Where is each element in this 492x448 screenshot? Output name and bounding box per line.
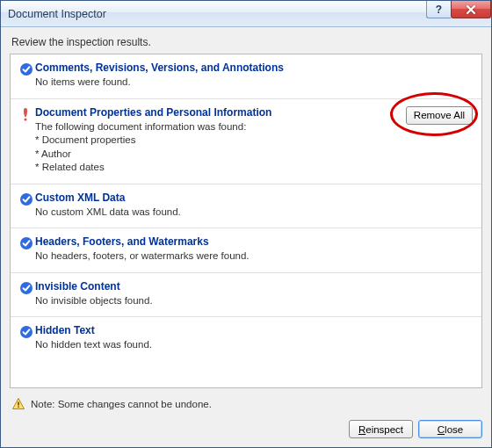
window-close-button[interactable] xyxy=(451,1,491,18)
section-detail: No hidden text was found. xyxy=(35,338,398,352)
section-invisible-content: Invisible Content No invisible objects f… xyxy=(11,273,481,318)
titlebar: Document Inspector ? xyxy=(1,1,491,27)
check-icon xyxy=(19,325,35,339)
footer-note-text: Note: Some changes cannot be undone. xyxy=(31,399,212,409)
dialog-button-row: Reinspect Close xyxy=(10,420,482,438)
check-icon xyxy=(19,281,35,295)
section-detail: No headers, footers, or watermarks were … xyxy=(35,249,398,264)
check-icon xyxy=(19,192,35,206)
check-icon xyxy=(19,62,35,76)
warning-icon xyxy=(11,397,25,411)
section-headers-footers: Headers, Footers, and Watermarks No head… xyxy=(11,228,481,273)
reinspect-button[interactable]: Reinspect xyxy=(349,420,413,438)
section-hidden-text: Hidden Text No hidden text was found. xyxy=(11,317,481,361)
footer-note: Note: Some changes cannot be undone. xyxy=(11,397,482,411)
close-icon xyxy=(465,4,477,15)
dialog-document-inspector: Document Inspector ? Review the inspecti… xyxy=(0,0,492,448)
section-title: Headers, Footers, and Watermarks xyxy=(35,235,398,248)
section-detail: No invisible objects found. xyxy=(35,294,398,308)
section-detail: No items were found. xyxy=(35,76,398,90)
section-title: Invisible Content xyxy=(35,280,398,293)
window-title: Document Inspector xyxy=(8,8,106,20)
alert-icon xyxy=(19,107,35,121)
section-custom-xml: Custom XML Data No custom XML data was f… xyxy=(11,184,481,229)
svg-rect-7 xyxy=(18,407,18,408)
section-detail: The following document information was f… xyxy=(35,120,398,175)
results-panel: Comments, Revisions, Versions, and Annot… xyxy=(10,54,482,388)
svg-point-1 xyxy=(24,118,26,120)
section-title: Hidden Text xyxy=(35,324,398,336)
section-doc-properties: Document Properties and Personal Informa… xyxy=(11,99,481,184)
section-detail: No custom XML data was found. xyxy=(35,206,398,220)
section-title: Custom XML Data xyxy=(35,191,398,204)
remove-all-button[interactable]: Remove All xyxy=(406,106,473,125)
section-title: Document Properties and Personal Informa… xyxy=(35,106,398,119)
close-button[interactable]: Close xyxy=(418,420,482,438)
svg-rect-6 xyxy=(18,402,18,406)
instruction-text: Review the inspection results. xyxy=(11,36,482,48)
section-comments: Comments, Revisions, Versions, and Annot… xyxy=(11,54,481,99)
dialog-body: Review the inspection results. Comments,… xyxy=(1,27,491,447)
section-title: Comments, Revisions, Versions, and Annot… xyxy=(35,61,398,74)
check-icon xyxy=(19,236,35,250)
help-button[interactable]: ? xyxy=(426,1,451,18)
